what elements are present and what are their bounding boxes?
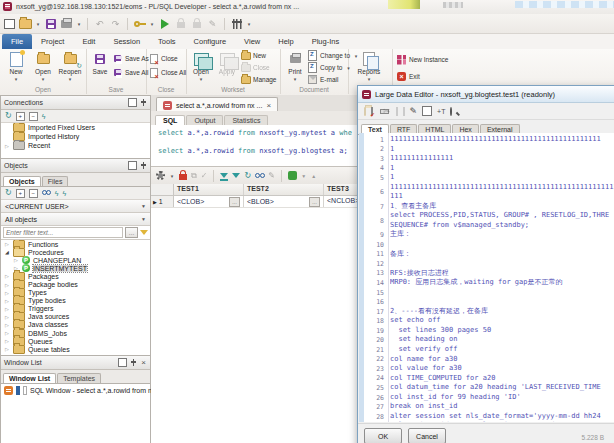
redo-icon[interactable]: ↷ <box>109 17 122 30</box>
tree-item-imported-fixed-users[interactable]: Imported Fixed Users <box>1 123 150 132</box>
expand-all-icon[interactable]: + <box>16 189 25 198</box>
collapse-all-icon[interactable]: − <box>29 189 38 198</box>
float-icon[interactable] <box>128 161 137 170</box>
execute-icon[interactable] <box>158 17 171 30</box>
unlock-icon[interactable] <box>190 17 203 30</box>
refresh-icon[interactable]: ↻ <box>5 189 12 197</box>
pin-icon[interactable] <box>140 99 147 106</box>
open-file-icon[interactable] <box>19 17 32 30</box>
menu-file[interactable]: File <box>2 34 32 49</box>
find-icon[interactable] <box>42 190 51 196</box>
cell-test1[interactable]: <CLOB>… <box>174 196 244 207</box>
window-list-item-sql-window[interactable]: SQL Window - select a.*,a.rowid from nx … <box>1 384 150 397</box>
filter-input[interactable] <box>3 227 123 238</box>
save-as-button[interactable]: Save As <box>113 53 149 64</box>
edit-pencil-icon[interactable]: ✎ <box>268 171 275 180</box>
tree-item-java-classes[interactable]: ▷Java classes <box>1 321 150 329</box>
menu-view[interactable]: View <box>235 34 269 49</box>
sort-lightning-icon[interactable]: ϟ <box>62 190 66 197</box>
close-all-button[interactable]: Close All <box>149 67 186 78</box>
funnel-icon[interactable] <box>140 230 148 235</box>
filter-lightning-icon[interactable]: ϟ <box>55 190 59 197</box>
open-button[interactable]: Open▾ <box>30 51 56 83</box>
menu-help[interactable]: Help <box>269 34 302 49</box>
cancel-button[interactable]: Cancel <box>408 428 446 443</box>
new-instance-button[interactable]: New Instance <box>397 54 448 65</box>
find-icon[interactable] <box>255 173 264 179</box>
reports-button[interactable]: Reports▾ <box>356 51 382 83</box>
save-icon[interactable] <box>44 17 57 30</box>
chevron-down-icon[interactable]: ▾ <box>35 21 41 27</box>
column-header-test2[interactable]: TEST2 <box>244 184 324 195</box>
tree-item-functions[interactable]: ▷Functions <box>1 240 150 248</box>
print-button[interactable]: Print▾ <box>282 51 308 83</box>
expander-icon[interactable]: ▷ <box>5 143 10 149</box>
dialog-title-bar[interactable]: Large Data Editor - nxsoft_yg.blogtest.t… <box>358 86 614 103</box>
sort-desc-icon[interactable]: ▼ <box>301 173 307 179</box>
tab-output[interactable]: Output <box>186 115 223 125</box>
menu-edit[interactable]: Edit <box>73 34 104 49</box>
gear-icon[interactable] <box>156 171 165 180</box>
filter-lightning-icon[interactable]: ϟ <box>42 113 46 120</box>
title-bar[interactable]: nxsoft_yg@192.168.198.130:1521/eoms - PL… <box>0 0 614 15</box>
close-icon[interactable]: × <box>140 359 147 366</box>
edit-pen-icon[interactable]: ✎ <box>410 107 418 116</box>
workset-close-button[interactable]: Close <box>241 62 270 73</box>
cell-test2[interactable]: <BLOB>… <box>244 196 324 207</box>
tab-files[interactable]: Files <box>42 176 69 186</box>
fetch-next-page-icon[interactable] <box>220 173 228 178</box>
tab-window-list[interactable]: Window List <box>3 373 56 383</box>
record-lock-icon[interactable] <box>179 174 187 180</box>
tab-sql[interactable]: SQL <box>155 115 185 125</box>
browse-filter-button[interactable]: … <box>125 227 138 238</box>
tree-item-changeplan[interactable]: ▷PCHANGEPLAN <box>1 256 150 264</box>
ok-button[interactable]: OK <box>364 428 402 443</box>
menu-configure[interactable]: Configure <box>185 34 236 49</box>
save-as-icon[interactable] <box>371 108 373 115</box>
pin-icon[interactable] <box>140 162 147 169</box>
logon-key-icon[interactable] <box>133 17 146 30</box>
cell-browse-button[interactable]: … <box>309 197 320 207</box>
workset-manage-button[interactable]: Manage <box>241 74 277 85</box>
tree-item-dbms-jobs[interactable]: ▷DBMS_Jobs <box>1 329 150 337</box>
tab-templates[interactable]: Templates <box>57 373 101 383</box>
workset-open-button[interactable]: Open▾ <box>188 51 214 83</box>
collapse-all-icon[interactable]: − <box>29 112 38 121</box>
workset-apply-button[interactable]: Apply <box>214 51 240 83</box>
copy-record-icon[interactable]: ⧉ <box>191 171 197 181</box>
pin-icon[interactable] <box>130 359 137 366</box>
menu-tools[interactable]: Tools <box>149 34 185 49</box>
toolbar-overflow-icon[interactable]: ▾ <box>246 21 252 27</box>
tab-objects[interactable]: Objects <box>3 176 41 186</box>
large-data-text-editor[interactable]: 1111111111111111111111111111111111111111… <box>359 133 614 422</box>
reopen-button[interactable]: Reopen▾ <box>57 51 83 83</box>
refresh-icon[interactable]: ↻ <box>244 172 251 180</box>
preferences-sliders-icon[interactable] <box>230 17 243 30</box>
grid-corner[interactable] <box>151 184 174 195</box>
chevron-down-icon[interactable]: ▾ <box>169 173 175 179</box>
chevron-down-icon[interactable]: ▾ <box>149 21 155 27</box>
user-filter-dropdown[interactable]: <CURRENT USER>▼ <box>1 200 150 213</box>
column-header-test1[interactable]: TEST1 <box>174 184 244 195</box>
menu-plugins[interactable]: Plug-Ins <box>303 34 349 49</box>
chevron-down-icon[interactable]: ▾ <box>76 21 82 27</box>
email-button[interactable]: E-mail <box>308 74 338 85</box>
undo-icon[interactable]: ↶ <box>93 17 106 30</box>
font-size-icon[interactable]: +T <box>437 108 445 115</box>
tree-item-recent[interactable]: ▷Recent <box>1 141 150 150</box>
zoom-icon[interactable] <box>450 108 452 115</box>
float-icon[interactable] <box>118 358 127 367</box>
sort-asc-icon[interactable]: ▲ <box>311 173 317 179</box>
paste-icon[interactable] <box>403 108 405 115</box>
cut-icon[interactable]: ✂ <box>383 107 391 116</box>
object-type-dropdown[interactable]: All objects▼ <box>1 213 150 226</box>
tree-item-queue-tables[interactable]: ▷Queue tables <box>1 345 150 353</box>
print-icon[interactable] <box>60 17 73 30</box>
select-record-icon[interactable]: ✓ <box>201 171 208 180</box>
close-button[interactable]: Close <box>149 53 178 64</box>
close-icon[interactable]: × <box>266 101 271 110</box>
menu-project[interactable]: Project <box>32 34 73 49</box>
save-all-button[interactable]: Save All <box>113 67 149 78</box>
exit-button[interactable]: Exit <box>397 71 420 82</box>
window-style-icon[interactable] <box>3 17 16 30</box>
